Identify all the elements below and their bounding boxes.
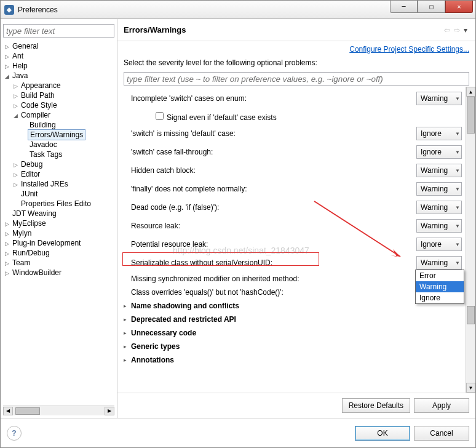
- tree-item[interactable]: ▷MyEclipse: [3, 218, 114, 228]
- tree-item-label[interactable]: JDT Weaving: [10, 209, 58, 218]
- tree-item-label[interactable]: Team: [10, 258, 32, 268]
- configure-project-link[interactable]: Configure Project Specific Settings...: [349, 45, 469, 54]
- tree-item-label[interactable]: Ant: [10, 51, 25, 61]
- tree-item-label[interactable]: General: [10, 41, 41, 51]
- tree-twisty-icon[interactable]: ▷: [3, 63, 10, 70]
- tree-item-label[interactable]: Installed JREs: [19, 179, 70, 189]
- menu-caret-icon[interactable]: ▾: [464, 26, 467, 34]
- section-header[interactable]: ▸Deprecated and restricted API: [124, 313, 462, 326]
- section-header[interactable]: ▸Unnecessary code: [124, 326, 462, 340]
- tree-twisty-icon[interactable]: ◢: [12, 113, 19, 119]
- scroll-right-icon[interactable]: ▶: [105, 407, 114, 415]
- tree-item-label[interactable]: JUnit: [19, 189, 39, 199]
- scroll-thumb[interactable]: [15, 407, 40, 415]
- tree-twisty-icon[interactable]: ▷: [12, 83, 19, 89]
- preference-tree[interactable]: ▷General▷Ant▷Help◢Java▷Appearance▷Build …: [3, 41, 114, 406]
- tree-twisty-icon[interactable]: ◢: [3, 73, 10, 79]
- tree-twisty-icon[interactable]: ▷: [3, 231, 10, 237]
- sidebar-horizontal-scrollbar[interactable]: ◀ ▶: [3, 406, 114, 415]
- tree-item-label[interactable]: Building: [28, 120, 58, 130]
- tree-item[interactable]: Properties Files Edito: [3, 199, 114, 209]
- tree-twisty-icon[interactable]: ▷: [3, 250, 10, 257]
- tree-item-label[interactable]: MyEclipse: [10, 218, 48, 228]
- tree-item[interactable]: ▷Mylyn: [3, 228, 114, 238]
- tree-item-label[interactable]: Errors/Warnings: [28, 129, 85, 140]
- tree-item-label[interactable]: WindowBuilder: [10, 268, 63, 278]
- tree-item[interactable]: Task Tags: [3, 150, 114, 159]
- section-header[interactable]: ▸Annotations: [124, 353, 462, 367]
- tree-item[interactable]: ▷Team: [3, 258, 114, 268]
- scroll-up-icon[interactable]: ▲: [466, 87, 475, 97]
- tree-item[interactable]: ▷Run/Debug: [3, 248, 114, 258]
- section-twisty-icon[interactable]: ▸: [124, 357, 130, 363]
- tree-twisty-icon[interactable]: ▷: [12, 103, 19, 109]
- section-twisty-icon[interactable]: ▸: [124, 330, 130, 336]
- tree-item[interactable]: ▷Appearance: [3, 81, 114, 90]
- tree-twisty-icon[interactable]: ▷: [3, 221, 10, 227]
- tree-item-label[interactable]: Javadoc: [28, 140, 59, 150]
- severity-dropdown[interactable]: ErrorWarningIgnore: [415, 270, 464, 304]
- forward-icon[interactable]: ⇨: [454, 26, 460, 34]
- minimize-button[interactable]: ─: [390, 1, 418, 13]
- tree-item[interactable]: ◢Java: [3, 71, 114, 81]
- tree-item[interactable]: ▷Plug-in Development: [3, 238, 114, 248]
- dropdown-option[interactable]: Ignore: [416, 292, 464, 303]
- ok-button[interactable]: OK: [355, 426, 410, 441]
- apply-button[interactable]: Apply: [414, 398, 469, 413]
- dropdown-option[interactable]: Error: [416, 270, 464, 281]
- scroll-left-icon[interactable]: ◀: [3, 407, 13, 415]
- restore-defaults-button[interactable]: Restore Defaults: [342, 398, 410, 413]
- tree-item[interactable]: ◢Compiler: [3, 110, 114, 120]
- tree-twisty-icon[interactable]: ▷: [3, 54, 10, 60]
- tree-item-label[interactable]: Mylyn: [10, 228, 33, 238]
- tree-item[interactable]: JDT Weaving: [3, 209, 114, 218]
- tree-item-label[interactable]: Properties Files Edito: [19, 199, 93, 209]
- tree-item-label[interactable]: Editor: [19, 169, 42, 179]
- scroll-down-icon[interactable]: ▼: [466, 383, 475, 393]
- tree-twisty-icon[interactable]: ▷: [3, 270, 10, 276]
- scroll-thumb-top[interactable]: [467, 97, 475, 134]
- tree-item-label[interactable]: Task Tags: [28, 150, 64, 159]
- close-button[interactable]: ✕: [445, 1, 473, 13]
- setting-checkbox[interactable]: [156, 112, 164, 120]
- tree-item[interactable]: ▷Editor: [3, 169, 114, 179]
- tree-item[interactable]: ▷Ant: [3, 51, 114, 61]
- tree-item-label[interactable]: Debug: [19, 159, 44, 169]
- help-button[interactable]: ?: [7, 426, 22, 441]
- severity-combo[interactable]: Warning▼ErrorWarningIgnore: [416, 256, 462, 270]
- severity-combo[interactable]: Warning▼: [416, 92, 462, 105]
- cancel-button[interactable]: Cancel: [414, 426, 469, 441]
- tree-twisty-icon[interactable]: ▷: [3, 241, 10, 247]
- back-icon[interactable]: ⇦: [444, 26, 450, 34]
- tree-item[interactable]: JUnit: [3, 189, 114, 199]
- tree-item-label[interactable]: Plug-in Development: [10, 238, 82, 248]
- scroll-thumb-bottom[interactable]: [467, 306, 475, 324]
- settings-vertical-scrollbar[interactable]: ▲ ▼: [466, 87, 475, 393]
- severity-combo[interactable]: Warning▼: [416, 201, 462, 214]
- severity-combo[interactable]: Warning▼: [416, 182, 462, 196]
- tree-item[interactable]: ▷Build Path: [3, 90, 114, 100]
- tree-twisty-icon[interactable]: ▷: [12, 93, 19, 99]
- section-twisty-icon[interactable]: ▸: [124, 303, 130, 309]
- tree-item[interactable]: ▷Debug: [3, 159, 114, 169]
- severity-combo[interactable]: Ignore▼: [416, 145, 462, 159]
- tree-item[interactable]: ▷Code Style: [3, 100, 114, 110]
- section-header[interactable]: ▸Name shadowing and conflicts: [124, 299, 462, 313]
- severity-combo[interactable]: Ignore▼: [416, 238, 462, 251]
- tree-item-label[interactable]: Help: [10, 61, 30, 71]
- section-twisty-icon[interactable]: ▸: [124, 316, 130, 322]
- sidebar-filter-input[interactable]: [3, 24, 114, 38]
- tree-item-label[interactable]: Appearance: [19, 81, 63, 90]
- tree-item[interactable]: ▷General: [3, 41, 114, 51]
- tree-item-label[interactable]: Compiler: [19, 110, 52, 120]
- tree-item[interactable]: Building: [3, 120, 114, 130]
- tree-item-label[interactable]: Java: [10, 71, 30, 81]
- tree-item[interactable]: ▷Installed JREs: [3, 179, 114, 189]
- tree-item[interactable]: Javadoc: [3, 140, 114, 150]
- tree-item-label[interactable]: Build Path: [19, 90, 57, 100]
- section-twisty-icon[interactable]: ▸: [124, 343, 130, 350]
- dropdown-option[interactable]: Warning: [416, 281, 464, 292]
- tree-twisty-icon[interactable]: ▷: [12, 172, 19, 178]
- tree-twisty-icon[interactable]: ▷: [12, 162, 19, 168]
- tree-item-label[interactable]: Run/Debug: [10, 248, 52, 258]
